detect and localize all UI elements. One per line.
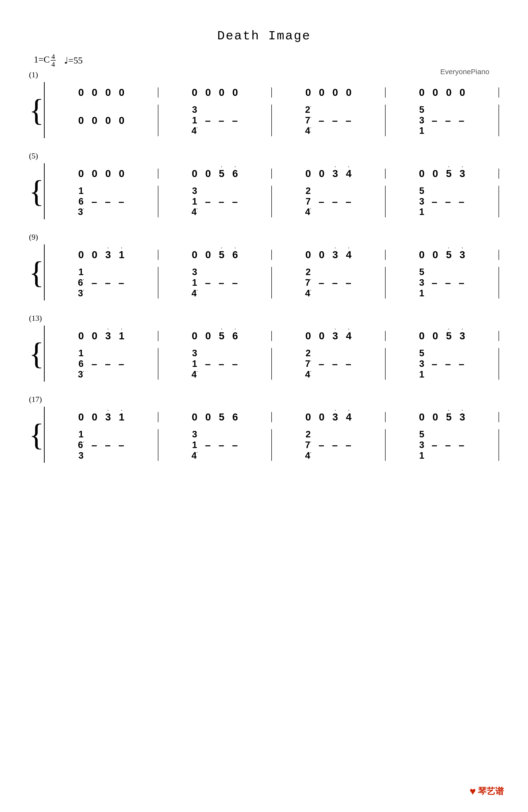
chord: 2 7· 4· [305,429,311,461]
note: 4· [345,169,352,179]
note: 3· [332,250,338,260]
note: – [118,359,124,369]
note: – [318,440,325,450]
note: – [332,359,338,369]
note: – [205,359,211,369]
note: 3· [459,331,466,341]
note: – [458,115,465,126]
note: 0 [432,412,439,422]
note: – [104,440,111,450]
note: 0 [419,331,425,341]
measure-b1-2: 3 1 4· – – – [158,105,272,136]
measure-t1-2: 0 0 0 0 [158,87,272,98]
chord: 1 6 3· [78,348,84,380]
section-label-2: (5) [29,151,499,160]
note: – [91,359,98,369]
measure-b1-1: 0 0 0 0 [45,115,158,126]
note: 0 [318,250,325,260]
note: – [218,278,225,288]
note: 0 [191,412,198,422]
note: 0 [191,87,198,98]
note: 0 [78,87,85,98]
note: 0 [218,87,225,98]
note: – [458,440,465,450]
note: 0 [445,87,452,98]
measure-b1-3: 2· 7· 4· – – – [272,105,385,136]
chord: 3 1 4· [191,348,198,380]
note: 3· [105,331,112,341]
note: – [205,115,211,126]
note: 0 [105,169,112,179]
note: 0 [91,250,98,260]
note: – [431,115,438,126]
note: – [431,359,438,369]
note: 6 [232,412,238,422]
note: 3· [332,331,338,341]
note: – [318,278,325,288]
note: – [458,278,465,288]
note: 0 [91,115,98,126]
note: 0 [105,115,112,126]
brand-text: 琴艺谱 [478,785,504,797]
brand-logo: ♥ 琴艺谱 [470,785,504,798]
measure-b1-4: 5 3 1 – – – [385,105,499,136]
note: 5· [218,331,225,341]
note: – [218,115,225,126]
note: – [104,359,111,369]
note: 0 [78,250,85,260]
note: – [232,440,238,450]
measure-t1-1: 0 0 0 0 [45,87,158,98]
treble-staff-2: 0 0 0 0 0 0 5· 6· [45,163,499,184]
note: 0 [191,331,198,341]
section-label-4: (13) [29,314,499,323]
note: 0 [318,331,325,341]
chord: 3 1 4· [191,429,198,461]
note: 0 [78,169,85,179]
note: 3· [332,169,338,179]
note: 5· [445,412,452,422]
note: 0 [91,169,98,179]
note: – [91,278,98,288]
note: 0 [419,169,425,179]
note: 0 [105,87,112,98]
chord: 5 3 1 [419,429,424,461]
treble-staff-3: 0 0 3· 1· 0 0 5· 6· [45,244,499,265]
chord: 3 1 4· [191,105,198,136]
note: 0 [305,87,311,98]
section-2: (5) { 0 0 0 0 [29,151,499,219]
note: 0 [118,169,125,179]
note: 0 [91,331,98,341]
note: 6· [232,169,238,179]
chord: 3 1 4· [191,186,198,217]
note: – [345,440,352,450]
note: 0 [318,169,325,179]
note: 3· [105,412,112,422]
note: 0 [191,169,198,179]
note: 6· [232,331,238,341]
note: 1· [118,412,125,422]
note: 0 [419,412,425,422]
note: 0 [419,87,425,98]
treble-staff-4: 0 0 3· 1· 0 0 5· 6· [45,325,499,346]
note: 0 [232,87,238,98]
staves-1: 0 0 0 0 0 0 0 [45,82,499,138]
note: 5· [445,331,452,341]
note: 0 [191,250,198,260]
note: 1· [118,250,125,260]
note: 0 [432,169,439,179]
note: – [345,115,352,126]
bass-staff-1: 0 0 0 0 3 1 [45,103,499,138]
note: – [318,197,325,207]
chord: 3 1 4· [191,267,198,299]
note: – [444,115,451,126]
note: 0 [205,250,211,260]
key-label: 1=C44 [34,53,57,68]
note: – [345,359,352,369]
note: – [232,359,238,369]
note: 3· [105,250,112,260]
note: 0 [332,87,338,98]
section-label-5: (17) [29,395,499,404]
page: Death Image 1=C44 ♩=55 EveryonePiano (1)… [0,0,528,812]
note: – [431,278,438,288]
note: 0 [78,412,85,422]
